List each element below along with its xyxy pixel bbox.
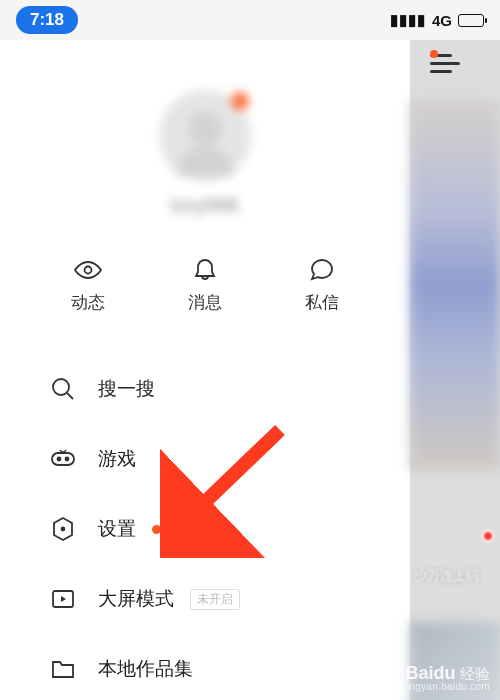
menu-item-label: 设置 bbox=[98, 516, 136, 542]
username-label: lzxy996 bbox=[0, 194, 410, 217]
menu-item-big-screen[interactable]: 大屏模式 未开启 bbox=[50, 564, 410, 634]
hamburger-icon bbox=[430, 54, 460, 74]
menu-item-local-works[interactable]: 本地作品集 bbox=[50, 634, 410, 700]
video-thumbnail[interactable] bbox=[410, 100, 500, 470]
hamburger-button[interactable] bbox=[430, 54, 460, 74]
watermark-brand-cn: 经验 bbox=[460, 665, 490, 682]
status-time: 7:18 bbox=[16, 6, 78, 34]
settings-notification-dot bbox=[152, 525, 161, 534]
status-indicators: ▮▮▮▮ 4G bbox=[390, 11, 484, 29]
side-drawer: lzxy996 动态 消息 私信 bbox=[0, 40, 410, 700]
thumbnail-caption: 少万连上码 bbox=[414, 567, 479, 585]
svg-point-5 bbox=[62, 528, 65, 531]
watermark: Baidu 经验 jingyan.baidu.com bbox=[404, 664, 490, 692]
menu-item-label: 搜一搜 bbox=[98, 376, 155, 402]
hamburger-notification-dot bbox=[430, 50, 438, 58]
quick-tabs: 动态 消息 私信 bbox=[0, 237, 410, 344]
svg-point-3 bbox=[58, 458, 61, 461]
watermark-brand-en: Baidu bbox=[406, 663, 456, 683]
big-screen-status-tag: 未开启 bbox=[190, 589, 240, 610]
search-icon bbox=[50, 376, 76, 402]
network-label: 4G bbox=[432, 12, 452, 29]
battery-icon bbox=[458, 14, 484, 27]
svg-point-1 bbox=[53, 379, 69, 395]
signal-bars-icon: ▮▮▮▮ bbox=[390, 11, 426, 29]
svg-rect-2 bbox=[52, 453, 74, 465]
status-bar: 7:18 ▮▮▮▮ 4G bbox=[0, 0, 500, 40]
avatar[interactable] bbox=[159, 90, 251, 182]
menu-list: 搜一搜 游戏 设置 bbox=[0, 344, 410, 700]
watermark-url: jingyan.baidu.com bbox=[404, 682, 490, 692]
thumbnail-badge bbox=[482, 530, 494, 542]
menu-item-search[interactable]: 搜一搜 bbox=[50, 354, 410, 424]
menu-item-label: 大屏模式 bbox=[98, 586, 174, 612]
bell-icon bbox=[190, 257, 220, 283]
background-content: 少万连上码 bbox=[410, 40, 500, 700]
menu-item-label: 游戏 bbox=[98, 446, 136, 472]
chat-icon bbox=[307, 257, 337, 283]
screen-icon bbox=[50, 586, 76, 612]
tab-notifications[interactable]: 消息 bbox=[188, 257, 222, 314]
avatar-notification-dot bbox=[231, 92, 249, 110]
tab-messages-label: 私信 bbox=[305, 291, 339, 314]
tab-activity[interactable]: 动态 bbox=[71, 257, 105, 314]
profile-section[interactable]: lzxy996 bbox=[0, 60, 410, 237]
folder-icon bbox=[50, 656, 76, 682]
gamepad-icon bbox=[50, 446, 76, 472]
tab-messages[interactable]: 私信 bbox=[305, 257, 339, 314]
menu-item-settings[interactable]: 设置 bbox=[50, 494, 410, 564]
settings-icon bbox=[50, 516, 76, 542]
tab-notifications-label: 消息 bbox=[188, 291, 222, 314]
eye-icon bbox=[73, 257, 103, 283]
svg-point-4 bbox=[66, 458, 69, 461]
menu-item-label: 本地作品集 bbox=[98, 656, 193, 682]
svg-point-0 bbox=[85, 267, 92, 274]
menu-item-games[interactable]: 游戏 bbox=[50, 424, 410, 494]
tab-activity-label: 动态 bbox=[71, 291, 105, 314]
